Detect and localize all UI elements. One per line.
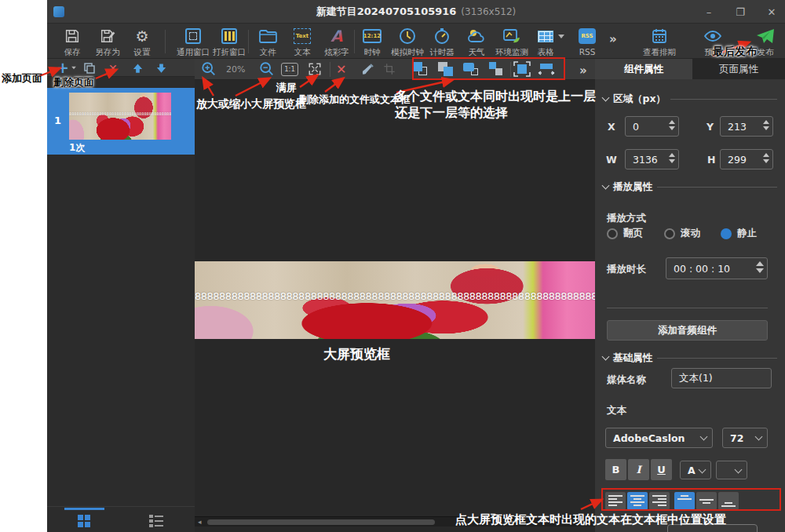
chevron-down-icon xyxy=(755,433,763,441)
minimize-button[interactable]: – xyxy=(703,6,714,18)
preview-text-overlay[interactable]: 8888888888888888888888888888888888888888… xyxy=(195,290,595,302)
play-mode-label: 播放方式 xyxy=(607,212,646,225)
rss-button[interactable]: RSS RSS xyxy=(565,27,609,56)
spinner-arrows[interactable] xyxy=(763,120,769,130)
properties-panel: 组件属性 页面属性 区域（px） X 0 Y 213 W 3136 H 299 xyxy=(595,59,785,532)
canvas-area: 20% 1:1 ✕ xyxy=(195,59,595,532)
play-section-header[interactable]: 播放属性 xyxy=(603,180,777,194)
add-audio-button[interactable]: 添加音频组件 xyxy=(607,320,768,341)
thumbnail-image: 8888888888888888888888888888888888888888… xyxy=(69,93,171,140)
actual-size-button[interactable]: 1:1 xyxy=(281,60,298,78)
grid-view-button[interactable] xyxy=(78,515,90,527)
spinner-arrows[interactable] xyxy=(669,153,675,163)
tab-component-properties[interactable]: 组件属性 xyxy=(595,59,692,79)
preview-image: 8888888888888888888888888888888888888888… xyxy=(195,261,595,339)
annotation-delete-media: 删除添加的文件或文本框 xyxy=(298,93,411,107)
duration-input[interactable]: 00 : 00 : 10 xyxy=(666,257,768,279)
settings-button[interactable]: ⚙ 设置 xyxy=(120,27,164,58)
font-size-select[interactable]: 72 xyxy=(722,428,768,448)
region-section-header[interactable]: 区域（px） xyxy=(603,93,777,106)
move-page-down-button[interactable] xyxy=(155,60,167,75)
move-page-up-button[interactable] xyxy=(132,60,144,75)
zoom-out-icon xyxy=(259,61,275,77)
toolbar-divider xyxy=(165,30,166,53)
page-thumbnail[interactable]: 8888888888888888888888888888888888888888… xyxy=(69,93,171,140)
collapse-chevron-icon xyxy=(602,94,610,102)
background-color-select[interactable] xyxy=(716,461,747,479)
annotation-zoom: 放大或缩小大屏预览框 xyxy=(196,97,306,111)
tab-page-properties[interactable]: 页面属性 xyxy=(692,59,785,79)
add-page-button[interactable]: + xyxy=(57,60,77,75)
arrow-up-icon xyxy=(132,62,144,75)
crop-icon xyxy=(383,63,396,75)
x-input[interactable]: 0 xyxy=(625,116,679,137)
basic-section-header[interactable]: 基础属性 xyxy=(603,352,777,365)
split-window-button[interactable]: 打折窗口 xyxy=(207,27,251,58)
crop-button[interactable] xyxy=(383,60,396,78)
collapse-chevron-icon xyxy=(602,353,610,361)
alignment-highlight-box xyxy=(601,488,781,511)
window-title: 新建节目20240705105916 xyxy=(316,5,457,19)
delete-page-button[interactable]: ✕ xyxy=(108,60,118,75)
title-bar: 新建节目20240705105916 (3136x512) – ❐ ✕ xyxy=(47,0,785,24)
view-schedule-button[interactable]: 查看排期 xyxy=(637,27,681,58)
w-input[interactable]: 3136 xyxy=(625,149,679,169)
italic-button[interactable]: I xyxy=(628,459,649,480)
thumbnail-text-overlay: 8888888888888888888888888888888888888888… xyxy=(69,111,171,116)
annotation-delete-page: 删除页面 xyxy=(53,75,94,89)
x-label: X xyxy=(608,121,615,133)
canvas-more-chevron[interactable]: » xyxy=(579,64,586,78)
annotation-preview-frame: 大屏预览框 xyxy=(323,345,390,363)
zoom-in-icon xyxy=(201,61,217,77)
list-view-button[interactable] xyxy=(149,515,163,527)
fullscreen-icon xyxy=(308,62,322,76)
zoom-in-button[interactable] xyxy=(201,60,217,78)
annotation-add-page: 添加页面 xyxy=(2,71,42,86)
zoom-out-button[interactable] xyxy=(259,60,275,78)
toolbar-more-chevron[interactable]: » xyxy=(609,32,615,46)
scroll-left-arrow-icon[interactable]: ◂ xyxy=(198,518,202,526)
close-icon: ✕ xyxy=(108,62,118,75)
font-family-select[interactable]: AdobeCaslon xyxy=(605,428,713,448)
y-input[interactable]: 213 xyxy=(720,116,773,137)
canvas-toolbar-divider xyxy=(330,62,330,77)
gear-icon: ⚙ xyxy=(120,27,164,46)
collapse-chevron-icon xyxy=(602,182,610,190)
spinner-arrows[interactable] xyxy=(756,261,764,273)
bold-button[interactable]: B xyxy=(605,459,626,480)
fit-screen-button[interactable] xyxy=(308,60,322,78)
copy-page-button[interactable] xyxy=(83,60,96,75)
close-button[interactable]: ✕ xyxy=(766,6,777,18)
main-toolbar: 保存 另存为 ⚙ 设置 通用窗口 打折窗口 文件 Tex xyxy=(47,24,785,59)
h-input[interactable]: 299 xyxy=(720,149,773,169)
maximize-button[interactable]: ❐ xyxy=(735,6,746,18)
y-label: Y xyxy=(706,121,714,133)
page-list-sidebar: + ✕ 1 8888888888888888888888888888888888… xyxy=(47,59,195,532)
media-name-input[interactable]: 文本(1) xyxy=(671,368,772,388)
calendar-icon xyxy=(637,27,681,46)
screen-resolution: (3136x512) xyxy=(461,6,516,17)
duration-label: 播放时长 xyxy=(607,263,646,276)
rss-icon: RSS xyxy=(565,27,609,46)
underline-button[interactable]: U xyxy=(651,459,672,480)
page-play-count: 1次 xyxy=(69,141,85,155)
spinner-arrows[interactable] xyxy=(669,120,675,130)
scrollbar-thumb[interactable] xyxy=(207,519,435,525)
radio-page-flip[interactable]: 翻页 xyxy=(607,227,643,240)
clear-button[interactable] xyxy=(361,60,375,78)
radio-scroll[interactable]: 滚动 xyxy=(664,227,700,240)
font-color-select[interactable]: A xyxy=(680,461,711,479)
eye-icon xyxy=(691,27,735,46)
radio-selected-icon xyxy=(721,228,732,239)
page-list-item[interactable]: 1 88888888888888888888888888888888888888… xyxy=(47,88,195,155)
text-section-label: 文本 xyxy=(607,404,626,417)
delete-media-button[interactable]: ✕ xyxy=(336,60,346,78)
spinner-arrows[interactable] xyxy=(763,153,769,163)
screen-preview[interactable]: 8888888888888888888888888888888888888888… xyxy=(195,261,595,339)
radio-icon xyxy=(607,228,618,239)
radio-static[interactable]: 静止 xyxy=(721,227,757,240)
zoom-level: 20% xyxy=(226,60,245,78)
sidebar-view-switcher xyxy=(47,506,195,532)
chevron-down-icon xyxy=(71,67,76,70)
w-label: W xyxy=(606,154,617,166)
